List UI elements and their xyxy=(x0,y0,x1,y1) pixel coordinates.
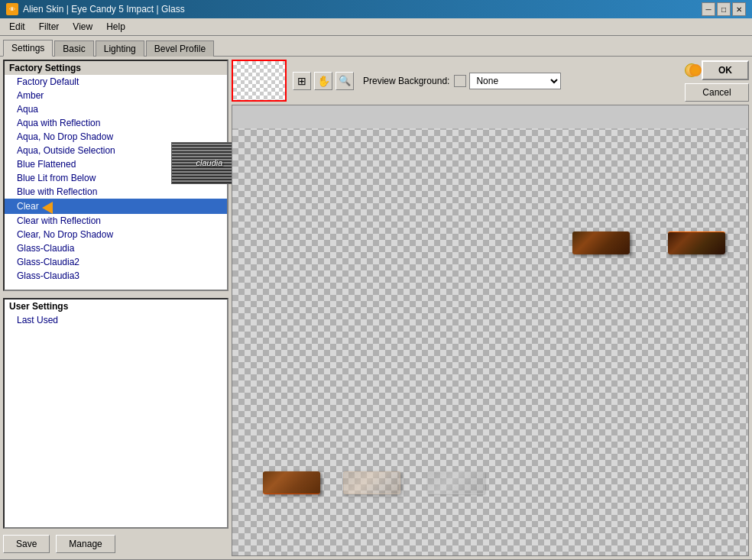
factory-settings-header: Factory Settings xyxy=(5,61,227,75)
app-icon: 👁 xyxy=(6,3,18,15)
list-item[interactable]: Aqua xyxy=(5,102,227,116)
preview-canvas xyxy=(232,105,749,556)
list-item[interactable]: Blue with Reflection xyxy=(5,185,227,199)
preview-shape-5 xyxy=(427,471,485,494)
list-item-clear[interactable]: Clear xyxy=(5,199,227,214)
menu-bar: Edit Filter View Help xyxy=(0,18,752,36)
menu-edit[interactable]: Edit xyxy=(3,20,31,34)
tab-settings[interactable]: Settings xyxy=(3,40,53,57)
list-item[interactable]: Glass-Claudia xyxy=(5,241,227,255)
preview-bg-label: Preview Background: xyxy=(363,76,449,86)
zoom-button[interactable]: 🔍 xyxy=(335,72,354,90)
left-panel: Factory Settings Factory Default Amber A… xyxy=(3,60,229,556)
hand-icon: ✋ xyxy=(317,75,330,87)
list-item[interactable]: Factory Default xyxy=(5,75,227,89)
zoom-fit-icon: ⊞ xyxy=(297,75,306,87)
preview-header-strip xyxy=(232,105,748,128)
preview-top: ⊞ ✋ 🔍 Preview Background: None White Bla… xyxy=(232,60,749,102)
list-item[interactable]: Amber xyxy=(5,89,227,102)
preview-thumbnail xyxy=(232,60,287,102)
manage-button[interactable]: Manage xyxy=(56,535,115,553)
minimize-button[interactable]: ─ xyxy=(702,2,715,16)
main-container: Settings Basic Lighting Bevel Profile Fa… xyxy=(0,36,752,559)
tabs-area: Settings Basic Lighting Bevel Profile xyxy=(0,36,752,56)
bottom-buttons: Save Manage xyxy=(3,532,229,556)
tab-basic[interactable]: Basic xyxy=(54,40,93,57)
preview-shape-4 xyxy=(343,471,400,494)
preview-shape-3 xyxy=(263,471,320,494)
list-item[interactable]: Glass-Claudia2 xyxy=(5,255,227,269)
right-panel: ⊞ ✋ 🔍 Preview Background: None White Bla… xyxy=(232,60,749,556)
list-item[interactable]: Clear with Reflection xyxy=(5,214,227,228)
preview-shape-1 xyxy=(572,231,630,254)
ok-cancel-area: OK Cancel xyxy=(685,60,749,102)
content-area: Factory Settings Factory Default Amber A… xyxy=(0,56,752,559)
magnifier-icon: 🔍 xyxy=(339,75,351,86)
title-bar: 👁 Alien Skin | Eye Candy 5 Impact | Glas… xyxy=(0,0,752,18)
list-item[interactable]: Clear, No Drop Shadow xyxy=(5,228,227,241)
ok-button[interactable]: OK xyxy=(702,60,749,80)
maximize-button[interactable]: □ xyxy=(717,2,731,16)
window-title: Alien Skin | Eye Candy 5 Impact | Glass xyxy=(23,4,185,15)
list-item[interactable]: Glass-Claudia3 xyxy=(5,269,227,283)
preview-shape-2 xyxy=(668,231,725,254)
cursor-indicator xyxy=(42,202,53,214)
zoom-fit-button[interactable]: ⊞ xyxy=(293,72,311,90)
menu-filter[interactable]: Filter xyxy=(33,20,66,34)
cancel-button[interactable]: Cancel xyxy=(685,83,749,102)
preview-bg-color xyxy=(454,75,466,87)
tab-lighting[interactable]: Lighting xyxy=(96,40,144,57)
menu-view[interactable]: View xyxy=(66,20,99,34)
list-item[interactable]: Aqua with Reflection xyxy=(5,116,227,130)
tab-bevel-profile[interactable]: Bevel Profile xyxy=(146,40,214,57)
menu-help[interactable]: Help xyxy=(100,20,131,34)
save-button[interactable]: Save xyxy=(3,535,50,553)
preview-tools: ⊞ ✋ 🔍 xyxy=(293,72,354,90)
pan-button[interactable]: ✋ xyxy=(314,72,332,90)
preview-bg-select[interactable]: None White Black Custom xyxy=(469,73,561,89)
close-button[interactable]: ✕ xyxy=(732,2,746,16)
